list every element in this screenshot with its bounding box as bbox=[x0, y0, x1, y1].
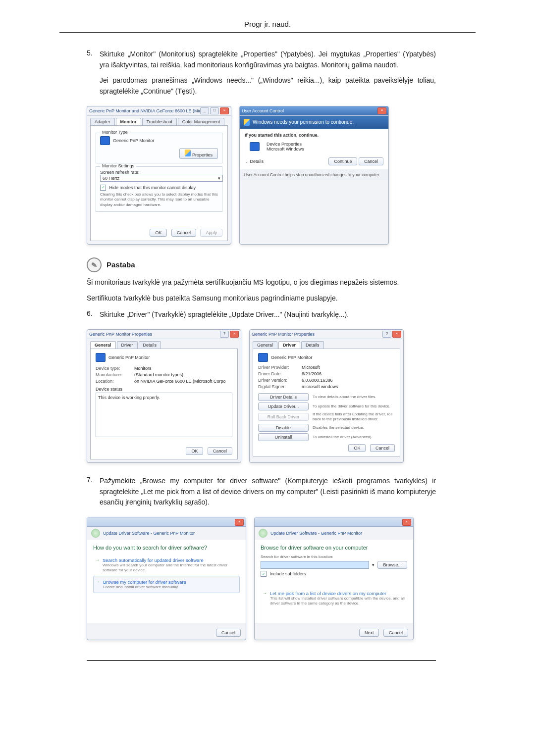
hide-modes-checkbox[interactable]: ✓ bbox=[100, 185, 106, 191]
wizard-breadcrumb: Update Driver Software - Generic PnP Mon… bbox=[103, 531, 195, 536]
note-icon: ✎ bbox=[86, 256, 103, 273]
signer-label: Digital Signer: bbox=[258, 384, 298, 389]
back-icon[interactable] bbox=[259, 529, 268, 538]
uac-footer: User Account Control helps stop unauthor… bbox=[240, 169, 388, 180]
uac-item-publisher: Microsoft Windows bbox=[267, 147, 304, 151]
tab-color-management[interactable]: Color Management bbox=[178, 118, 225, 125]
help-icon[interactable]: ? bbox=[220, 331, 229, 338]
close-icon[interactable]: × bbox=[235, 519, 244, 526]
cancel-button[interactable]: Cancel bbox=[216, 629, 241, 637]
help-icon[interactable]: ? bbox=[382, 331, 391, 338]
driver-details-button[interactable]: Driver Details bbox=[258, 393, 309, 401]
minimize-icon[interactable]: _ bbox=[200, 107, 209, 114]
location-label: Location: bbox=[96, 379, 130, 384]
device-status-label: Device status bbox=[96, 387, 232, 392]
wizard-browse: × Update Driver Software - Generic PnP M… bbox=[254, 517, 414, 640]
chevron-down-icon: ▾ bbox=[218, 176, 220, 181]
driver-date-label: Driver Date: bbox=[258, 371, 298, 376]
option-desc: Locate and install driver software manua… bbox=[103, 585, 186, 590]
refresh-rate-select[interactable]: 60 Hertz ▾ bbox=[100, 175, 223, 182]
provider-label: Driver Provider: bbox=[258, 365, 298, 370]
dialog-title: Generic PnP Monitor Properties bbox=[252, 332, 315, 337]
close-icon[interactable]: × bbox=[392, 331, 401, 338]
update-driver-button[interactable]: Update Driver... bbox=[258, 403, 309, 410]
option-desc: Windows will search your computer and th… bbox=[103, 563, 238, 573]
tab-general[interactable]: General bbox=[253, 341, 277, 349]
group-monitor-settings: Monitor Settings bbox=[100, 163, 136, 168]
apply-button[interactable]: Apply bbox=[200, 229, 222, 237]
wizard-heading: How do you want to search for driver sof… bbox=[93, 545, 240, 551]
location-label: Search for driver software in this locat… bbox=[261, 554, 407, 559]
close-icon[interactable]: × bbox=[402, 519, 411, 526]
device-type-value: Monitors bbox=[134, 366, 152, 371]
option-search-auto[interactable]: → Search automatically for updated drive… bbox=[93, 554, 240, 576]
shield-icon bbox=[244, 119, 250, 126]
step-5: 5. Skirtuke „Monitor" (Monitorius) sprag… bbox=[87, 49, 436, 70]
update-driver-desc: To update the driver software for this d… bbox=[313, 404, 395, 409]
close-icon[interactable]: × bbox=[220, 107, 229, 114]
tab-details[interactable]: Details bbox=[139, 341, 161, 349]
uac-headline: Windows needs your permission to contion… bbox=[253, 119, 354, 125]
driver-version-label: Driver Version: bbox=[258, 378, 298, 383]
rollback-button[interactable]: Roll Back Driver bbox=[258, 413, 309, 421]
hide-modes-desc: Clearing this check box allows you to se… bbox=[100, 192, 218, 207]
cancel-button[interactable]: Cancel bbox=[208, 447, 232, 455]
monitor-icon bbox=[258, 353, 268, 362]
monitor-icon bbox=[96, 353, 106, 362]
include-subfolders-checkbox[interactable]: ✓ bbox=[261, 571, 267, 577]
close-icon[interactable]: × bbox=[377, 107, 386, 114]
cancel-button[interactable]: Cancel bbox=[171, 229, 196, 237]
back-icon[interactable] bbox=[91, 529, 100, 538]
shield-icon bbox=[185, 150, 191, 156]
details-link[interactable]: Details bbox=[250, 159, 264, 164]
driver-details-desc: To view details about the driver files. bbox=[313, 395, 395, 400]
tab-adapter[interactable]: Adapter bbox=[90, 118, 115, 125]
device-name: Generic PnP Monitor bbox=[271, 355, 312, 360]
close-icon[interactable]: × bbox=[230, 331, 239, 338]
expand-icon[interactable]: ⌄ bbox=[245, 159, 249, 164]
step-number: 6. bbox=[87, 309, 100, 317]
cancel-button[interactable]: Cancel bbox=[359, 157, 383, 165]
cancel-button[interactable]: Cancel bbox=[370, 444, 395, 452]
uninstall-button[interactable]: Uninstall bbox=[258, 433, 309, 441]
maximize-icon[interactable]: □ bbox=[210, 107, 219, 114]
group-monitor-type: Monitor Type bbox=[100, 130, 130, 135]
device-status-box: This device is working properly. bbox=[96, 393, 232, 437]
note-p1: Ši monitoriaus tvarkyklė yra pažymėta se… bbox=[87, 277, 436, 288]
wizard-heading: Browse for driver software on your compu… bbox=[261, 545, 407, 551]
step-7: 7. Pažymėkite „Browse my computer for dr… bbox=[87, 476, 436, 508]
tab-driver[interactable]: Driver bbox=[278, 341, 300, 349]
tab-troubleshoot[interactable]: Troubleshoot bbox=[142, 118, 177, 125]
disable-desc: Disables the selected device. bbox=[313, 425, 395, 430]
note-title: Pastaba bbox=[107, 260, 135, 269]
location-input[interactable] bbox=[261, 561, 369, 569]
uac-title: User Account Control bbox=[242, 108, 284, 113]
option-browse-computer[interactable]: → Browse my computer for driver software… bbox=[93, 576, 240, 593]
chevron-down-icon[interactable]: ▾ bbox=[372, 562, 374, 567]
tab-driver[interactable]: Driver bbox=[117, 341, 138, 349]
step-text: Skirtuke „Monitor" (Monitorius) spragtel… bbox=[100, 49, 436, 70]
uac-item-name: Device Properties bbox=[267, 142, 304, 147]
page-header: Progr įr. naud. bbox=[59, 20, 476, 33]
continue-button[interactable]: Continue bbox=[328, 157, 357, 165]
dialog-title: Generic PnP Monitor Properties bbox=[89, 332, 152, 337]
dialog-props-general: Generic PnP Monitor Properties ? × Gener… bbox=[87, 329, 241, 463]
signer-value: microsoft windows bbox=[302, 384, 338, 389]
hide-modes-label: Hide modes that this monitor cannot disp… bbox=[109, 185, 196, 190]
dialog-title: Generic PnP Monitor and NVIDIA GeForce 6… bbox=[89, 108, 200, 113]
tab-details[interactable]: Details bbox=[301, 341, 324, 349]
next-button[interactable]: Next bbox=[359, 629, 379, 637]
dialog-uac: User Account Control × Windows needs you… bbox=[239, 106, 389, 245]
step-text: Skirtuke „Driver" (Tvarkyklė) spragtelėk… bbox=[100, 309, 349, 320]
ok-button[interactable]: OK bbox=[150, 229, 167, 237]
disable-button[interactable]: Disable bbox=[258, 424, 309, 432]
tab-monitor[interactable]: Monitor bbox=[116, 118, 141, 125]
ok-button[interactable]: OK bbox=[348, 444, 366, 452]
ok-button[interactable]: OK bbox=[186, 447, 203, 455]
refresh-rate-label: Screen refresh rate: bbox=[100, 170, 218, 175]
browse-button[interactable]: Browse... bbox=[377, 561, 407, 569]
option-pick-from-list[interactable]: → Let me pick from a list of device driv… bbox=[261, 588, 407, 609]
cancel-button[interactable]: Cancel bbox=[383, 629, 408, 637]
tab-general[interactable]: General bbox=[90, 341, 116, 349]
properties-button[interactable]: Properties bbox=[179, 148, 218, 159]
